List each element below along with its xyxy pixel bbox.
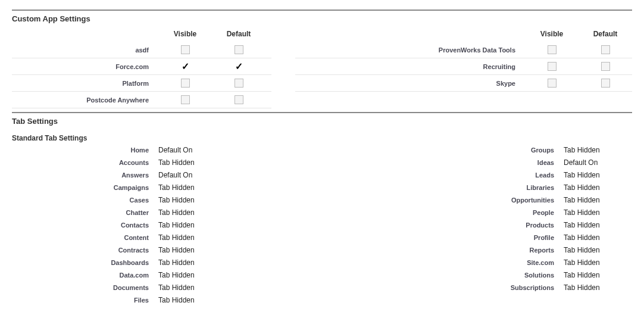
- tab-label: Dashboards: [12, 259, 158, 266]
- app-row: ProvenWorks Data Tools: [295, 42, 632, 58]
- app-label: ProvenWorks Data Tools: [295, 46, 525, 54]
- tab-row: AccountsTab Hidden: [12, 156, 310, 169]
- tab-row: GroupsTab Hidden: [334, 144, 632, 156]
- tab-row: ContactsTab Hidden: [12, 219, 310, 231]
- default-checkbox: [235, 79, 243, 88]
- tab-value: Tab Hidden: [564, 221, 600, 229]
- tab-value: Default On: [158, 171, 192, 179]
- app-label: Skype: [295, 80, 525, 87]
- tab-value: Tab Hidden: [158, 233, 195, 242]
- tab-value: Tab Hidden: [564, 196, 600, 204]
- app-header-row: Visible Default: [295, 26, 632, 42]
- tab-value: Tab Hidden: [158, 158, 195, 167]
- tab-value: Tab Hidden: [564, 246, 600, 254]
- visible-checkbox: [548, 79, 557, 88]
- tab-label: Contracts: [12, 247, 158, 254]
- tab-row: Site.comTab Hidden: [334, 256, 632, 269]
- visible-checkbox: [181, 95, 190, 104]
- tab-row: CampaignsTab Hidden: [12, 181, 310, 194]
- tab-value: Tab Hidden: [564, 258, 600, 267]
- tab-row: FilesTab Hidden: [12, 294, 310, 306]
- tab-row: ChatterTab Hidden: [12, 206, 310, 219]
- app-header-row: Visible Default: [12, 26, 271, 42]
- tab-label: Contacts: [12, 222, 158, 229]
- standard-tab-settings-title: Standard Tab Settings: [12, 132, 632, 144]
- tab-value: Tab Hidden: [564, 233, 600, 242]
- tab-value: Tab Hidden: [158, 258, 195, 267]
- tab-label: Content: [12, 234, 158, 241]
- default-checkbox: [601, 79, 610, 88]
- tab-row: DashboardsTab Hidden: [12, 256, 310, 269]
- default-checkbox: [235, 45, 243, 54]
- app-row: Platform: [12, 75, 271, 92]
- tab-value: Tab Hidden: [564, 146, 600, 154]
- default-checkbox: [235, 95, 243, 104]
- tab-row: Data.comTab Hidden: [12, 269, 310, 281]
- tab-row: ContractsTab Hidden: [12, 244, 310, 256]
- tab-settings-title: Tab Settings: [12, 112, 632, 128]
- tab-row: ContentTab Hidden: [12, 231, 310, 244]
- visible-checkbox: [548, 62, 557, 71]
- custom-app-settings-block: Visible Default asdfForce.com✓✓PlatformP…: [12, 26, 632, 108]
- tab-label: Site.com: [334, 259, 564, 266]
- tab-label: Chatter: [12, 209, 158, 216]
- default-checkbox: [601, 45, 610, 54]
- tab-value: Tab Hidden: [158, 208, 195, 217]
- tab-label: Cases: [12, 197, 158, 204]
- tab-label: Data.com: [12, 272, 158, 279]
- tab-row: DocumentsTab Hidden: [12, 281, 310, 294]
- tab-row: OpportunitiesTab Hidden: [334, 194, 632, 206]
- app-row: Force.com✓✓: [12, 58, 271, 75]
- visible-checkbox: ✓: [182, 61, 189, 71]
- tab-label: Files: [12, 297, 158, 304]
- app-label: Postcode Anywhere: [12, 96, 158, 104]
- app-label: Platform: [12, 80, 158, 87]
- tab-label: Subscriptions: [334, 284, 564, 291]
- tab-row: LibrariesTab Hidden: [334, 181, 632, 194]
- tab-label: Accounts: [12, 159, 158, 166]
- tab-row: ProfileTab Hidden: [334, 231, 632, 244]
- col-header-visible: Visible: [525, 30, 579, 38]
- tab-value: Tab Hidden: [158, 221, 195, 229]
- tab-label: Libraries: [334, 184, 564, 191]
- app-settings-right-column: Visible Default ProvenWorks Data ToolsRe…: [295, 26, 632, 108]
- tab-row: IdeasDefault On: [334, 156, 632, 169]
- custom-app-settings-title: Custom App Settings: [12, 10, 632, 26]
- tab-label: Reports: [334, 247, 564, 254]
- tab-value: Tab Hidden: [158, 246, 195, 254]
- visible-checkbox: [181, 45, 190, 54]
- tab-label: Profile: [334, 234, 564, 241]
- tab-row: AnswersDefault On: [12, 169, 310, 181]
- tab-row: HomeDefault On: [12, 144, 310, 156]
- visible-checkbox: [181, 79, 190, 88]
- tab-label: Answers: [12, 172, 158, 179]
- tab-label: Ideas: [334, 159, 564, 166]
- tab-value: Tab Hidden: [564, 271, 600, 279]
- tab-row: ReportsTab Hidden: [334, 244, 632, 256]
- col-header-visible: Visible: [158, 30, 212, 38]
- app-label: Recruiting: [295, 63, 525, 70]
- standard-tab-settings-block: HomeDefault OnAccountsTab HiddenAnswersD…: [12, 144, 632, 306]
- app-row: asdf: [12, 42, 271, 58]
- tab-label: Home: [12, 146, 158, 154]
- app-row: Postcode Anywhere: [12, 92, 271, 108]
- tab-value: Tab Hidden: [564, 171, 600, 179]
- col-header-default: Default: [579, 30, 632, 38]
- tab-label: Leads: [334, 172, 564, 179]
- tab-value: Tab Hidden: [158, 296, 195, 304]
- tab-value: Tab Hidden: [564, 283, 600, 292]
- tab-row: LeadsTab Hidden: [334, 169, 632, 181]
- tab-label: Opportunities: [334, 197, 564, 204]
- tab-value: Tab Hidden: [158, 196, 195, 204]
- tab-label: People: [334, 209, 564, 216]
- app-row: Recruiting: [295, 58, 632, 75]
- tab-value: Tab Hidden: [158, 183, 195, 192]
- app-label: asdf: [12, 46, 158, 54]
- app-settings-left-column: Visible Default asdfForce.com✓✓PlatformP…: [12, 26, 271, 108]
- tab-value: Default On: [158, 146, 192, 154]
- tab-value: Tab Hidden: [564, 183, 600, 192]
- tab-label: Documents: [12, 284, 158, 291]
- tab-row: SolutionsTab Hidden: [334, 269, 632, 281]
- tab-value: Tab Hidden: [564, 208, 600, 217]
- tab-row: SubscriptionsTab Hidden: [334, 281, 632, 294]
